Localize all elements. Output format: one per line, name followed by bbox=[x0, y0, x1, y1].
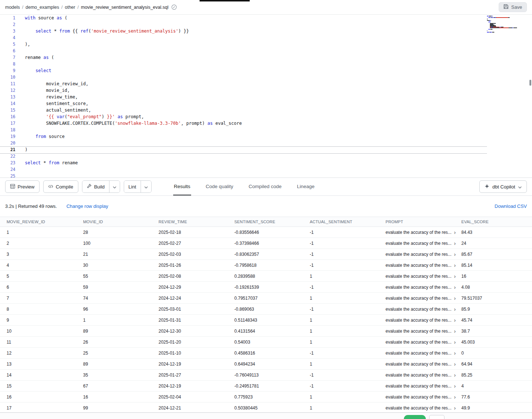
cell: 0.2839588 bbox=[234, 274, 310, 279]
column-header[interactable]: PROMPT bbox=[386, 220, 461, 224]
results-tabs: ResultsCode qualityCompiled codeLineage bbox=[166, 178, 322, 195]
code-line[interactable]: 24 bbox=[0, 166, 532, 173]
expand-cell-icon[interactable]: › bbox=[453, 241, 457, 246]
footer-green-button[interactable] bbox=[404, 415, 426, 419]
expand-cell-icon[interactable]: › bbox=[453, 318, 457, 323]
cell: 2024-12-19 bbox=[159, 362, 234, 367]
code-line[interactable]: 11 movie_review_id, bbox=[0, 81, 532, 87]
compile-label: Compile bbox=[56, 184, 73, 190]
expand-cell-icon[interactable]: › bbox=[453, 373, 457, 378]
code-line[interactable]: 16 '{{ var("eval_prompt") }}' as prompt, bbox=[0, 113, 532, 120]
cell: 16 bbox=[83, 394, 159, 400]
code-line[interactable]: 14 sentiment_score, bbox=[0, 100, 532, 107]
results-toolbar: Preview Compile Build Lint bbox=[0, 178, 532, 196]
build-button[interactable]: Build bbox=[82, 181, 109, 192]
column-header[interactable]: REVIEW_TIME bbox=[159, 220, 234, 224]
code-line[interactable]: 10 bbox=[0, 74, 532, 81]
line-number: 7 bbox=[0, 54, 15, 61]
code-line[interactable]: 7rename as ( bbox=[0, 54, 532, 61]
tab-results[interactable]: Results bbox=[173, 178, 191, 195]
column-header[interactable]: EVAL_SCORE bbox=[461, 220, 532, 224]
code-line[interactable]: 6 bbox=[0, 48, 532, 54]
code-line[interactable]: 4 bbox=[0, 34, 532, 41]
cell: 16 bbox=[461, 274, 532, 279]
code-line[interactable]: 22 bbox=[0, 153, 532, 160]
code-line[interactable]: 25 bbox=[0, 173, 532, 178]
build-dropdown-button[interactable] bbox=[109, 181, 120, 192]
column-header[interactable]: SENTIMENT_SCORE bbox=[234, 220, 310, 224]
breadcrumb-item[interactable]: other bbox=[65, 5, 75, 10]
expand-cell-icon[interactable]: › bbox=[453, 285, 457, 290]
code-line[interactable]: 15 actual_sentiment, bbox=[0, 107, 532, 113]
breadcrumb-item[interactable]: movie_review_sentiment_analysis_eval.sql bbox=[81, 5, 168, 10]
code-line[interactable]: 19 from source bbox=[0, 133, 532, 140]
code-editor[interactable]: 1with source as (23 select * from {{ ref… bbox=[0, 15, 532, 178]
save-button[interactable]: Save bbox=[499, 2, 527, 12]
download-csv-link[interactable]: Download CSV bbox=[495, 203, 527, 209]
cell: 3 bbox=[7, 252, 83, 257]
expand-cell-icon[interactable]: › bbox=[453, 384, 457, 389]
tab-lineage[interactable]: Lineage bbox=[296, 178, 315, 195]
expand-cell-icon[interactable]: › bbox=[453, 405, 457, 411]
cell: 2025-01-27 bbox=[159, 373, 234, 378]
lint-button-group: Lint bbox=[124, 180, 152, 193]
expand-cell-icon[interactable]: › bbox=[453, 329, 457, 334]
minimap[interactable] bbox=[487, 16, 529, 34]
footer-secondary-button[interactable] bbox=[429, 415, 444, 419]
prompt-cell: evaluate the accuracy of the res...› bbox=[386, 230, 461, 235]
cell: 30 bbox=[83, 263, 159, 268]
expand-cell-icon[interactable]: › bbox=[453, 274, 457, 279]
prompt-cell: evaluate the accuracy of the res...› bbox=[386, 285, 461, 290]
tab-code-quality[interactable]: Code quality bbox=[205, 178, 234, 195]
code-line[interactable]: 23select * from rename bbox=[0, 160, 532, 166]
cell: 35 bbox=[83, 373, 159, 378]
code-line[interactable]: 18 bbox=[0, 127, 532, 133]
expand-cell-icon[interactable]: › bbox=[453, 351, 457, 356]
editor-scrollbar-thumb[interactable] bbox=[529, 80, 531, 86]
expand-cell-icon[interactable]: › bbox=[453, 362, 457, 367]
code-line[interactable]: 17 SNOWFLAKE.CORTEX.COMPLETE('snowflake-… bbox=[0, 120, 532, 127]
line-number: 17 bbox=[0, 120, 15, 127]
dbt-copilot-button[interactable]: dbt Copilot bbox=[479, 180, 527, 193]
lint-button[interactable]: Lint bbox=[124, 181, 141, 192]
expand-cell-icon[interactable]: › bbox=[453, 296, 457, 301]
code-line[interactable]: 2 bbox=[0, 21, 532, 28]
change-row-display-link[interactable]: Change row display bbox=[66, 203, 108, 209]
code-line[interactable]: 1with source as ( bbox=[0, 15, 532, 21]
expand-cell-icon[interactable]: › bbox=[453, 230, 457, 235]
code-text bbox=[15, 127, 25, 133]
code-line[interactable]: 20 bbox=[0, 140, 532, 146]
code-line[interactable]: 12 movie_id, bbox=[0, 87, 532, 94]
code-line[interactable]: 9 select bbox=[0, 67, 532, 74]
code-text: ), bbox=[15, 41, 30, 48]
code-line[interactable]: 5), bbox=[0, 41, 532, 48]
expand-cell-icon[interactable]: › bbox=[453, 307, 457, 312]
expand-cell-icon[interactable]: › bbox=[453, 340, 457, 345]
column-header[interactable]: MOVIE_REVIEW_ID bbox=[7, 220, 83, 224]
query-status-text: 3.2s | Returned 49 rows. bbox=[5, 203, 57, 209]
code-line[interactable]: 21) bbox=[0, 146, 532, 153]
lint-dropdown-button[interactable] bbox=[141, 181, 151, 192]
code-line[interactable]: 8 bbox=[0, 61, 532, 67]
column-header[interactable]: MOVIE_ID bbox=[83, 220, 159, 224]
preview-button[interactable]: Preview bbox=[5, 180, 40, 193]
cell: 14 bbox=[7, 373, 83, 378]
cell: -1 bbox=[310, 373, 386, 378]
expand-cell-icon[interactable]: › bbox=[453, 394, 457, 400]
cell: 2024-12-19 bbox=[159, 384, 234, 389]
file-docs-icon[interactable] bbox=[171, 4, 177, 10]
expand-cell-icon[interactable]: › bbox=[453, 252, 457, 257]
compile-button[interactable]: Compile bbox=[43, 180, 78, 193]
breadcrumb-item[interactable]: demo_examples bbox=[26, 5, 59, 10]
breadcrumb-separator: / bbox=[77, 5, 78, 10]
tab-compiled-code[interactable]: Compiled code bbox=[248, 178, 282, 195]
code-text bbox=[15, 48, 25, 54]
code-line[interactable]: 13 review_time, bbox=[0, 94, 532, 100]
column-header[interactable]: ACTUAL_SENTIMENT bbox=[310, 220, 386, 224]
expand-cell-icon[interactable]: › bbox=[453, 263, 457, 268]
code-line[interactable]: 3 select * from {{ ref('movie_review_sen… bbox=[0, 28, 532, 34]
breadcrumb-item[interactable]: models bbox=[5, 5, 20, 10]
cell: 8 bbox=[7, 307, 83, 312]
cell: 2025-02-27 bbox=[159, 241, 234, 246]
code-text: movie_review_id, bbox=[15, 81, 88, 87]
